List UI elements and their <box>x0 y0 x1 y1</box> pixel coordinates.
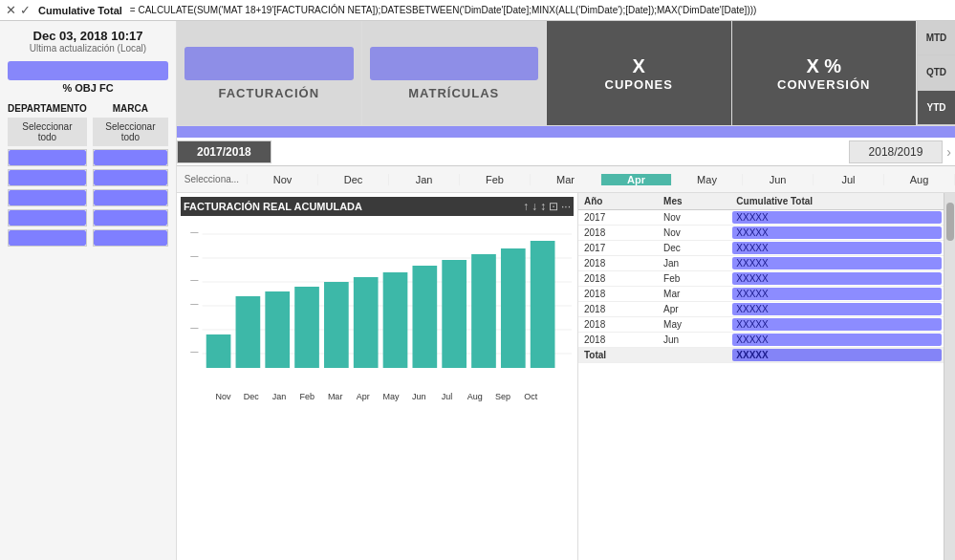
brand-item-4[interactable] <box>93 209 168 226</box>
chart-title: FACTURACIÓN REAL ACUMULADA <box>184 201 362 212</box>
qtd-button[interactable]: QTD <box>918 55 955 90</box>
formula-bar: ✕ ✓ Cumulative Total = CALCULATE(SUM('MA… <box>0 0 955 21</box>
month-dec[interactable]: Dec <box>318 174 389 185</box>
ytd-button[interactable]: YTD <box>918 91 955 125</box>
kpi-row: FACTURACIÓN MATRÍCULAS X CUPONES X % CON… <box>177 21 955 126</box>
kpi-cupones-x-row: X <box>633 55 645 77</box>
scroll-indicator[interactable] <box>944 193 955 560</box>
x-label-aug: Aug <box>461 392 488 401</box>
year-tabs-row: 2017/2018 2018/2019 › <box>177 138 955 166</box>
td-month: May <box>658 317 730 333</box>
total-label: Total <box>578 348 730 363</box>
filter-section: DEPARTAMENTO Seleccionar todo MARCA Sele… <box>8 103 168 247</box>
x-label-feb: Feb <box>293 392 321 401</box>
svg-rect-23 <box>531 241 555 368</box>
td-value: XXXXX <box>730 256 944 271</box>
chart-nav-area: 2017/2018 2018/2019 › Selecciona... Nov … <box>177 138 955 560</box>
td-month: Jun <box>658 333 730 348</box>
dept-item-1[interactable] <box>8 149 87 166</box>
svg-rect-15 <box>294 287 319 368</box>
brand-item-3[interactable] <box>93 189 168 206</box>
nav-right-icon[interactable]: › <box>943 144 955 160</box>
content-area: FACTURACIÓN MATRÍCULAS X CUPONES X % CON… <box>177 21 955 560</box>
chart-more-btn[interactable]: ··· <box>561 200 571 213</box>
brand-item-1[interactable] <box>93 149 168 166</box>
td-month: Feb <box>658 271 730 287</box>
td-value: XXXXX <box>730 333 944 348</box>
svg-rect-16 <box>324 282 349 368</box>
month-select-all[interactable]: Selecciona... <box>177 174 248 184</box>
th-year: Año <box>578 193 658 210</box>
sidebar: Dec 03, 2018 10:17 Ultima actualización … <box>0 21 177 560</box>
mtd-button[interactable]: MTD <box>918 21 955 55</box>
total-value: XXXXX <box>730 348 944 363</box>
table-row: 2018 Mar XXXXX <box>578 287 944 302</box>
month-aug[interactable]: Aug <box>884 174 955 185</box>
td-month: Nov <box>658 210 730 226</box>
kpi-conversion-x: X % <box>806 55 841 77</box>
month-jun[interactable]: Jun <box>743 174 814 185</box>
svg-rect-12 <box>206 334 231 368</box>
svg-rect-21 <box>471 254 496 368</box>
x-label-jun: Jun <box>405 392 433 401</box>
td-month: Jan <box>658 256 730 271</box>
chart-sort-btn[interactable]: ↕ <box>540 200 546 213</box>
kpi-cupones: X CUPONES <box>547 21 732 125</box>
chart-table-row: FACTURACIÓN REAL ACUMULADA ↑ ↓ ↕ ⊡ ··· <box>177 193 955 560</box>
kpi-facturacion-value <box>184 47 354 80</box>
chart-down-btn[interactable]: ↓ <box>532 200 537 213</box>
td-year: 2018 <box>578 256 658 271</box>
table-row: 2018 Apr XXXXX <box>578 302 944 317</box>
month-feb[interactable]: Feb <box>460 174 531 185</box>
dept-item-3[interactable] <box>8 189 87 206</box>
td-year: 2018 <box>578 333 658 348</box>
datetime-section: Dec 03, 2018 10:17 Ultima actualización … <box>8 29 168 54</box>
x-label-sep: Sep <box>489 392 517 401</box>
brand-item-2[interactable] <box>93 169 168 186</box>
brand-select-all[interactable]: Seleccionar todo <box>93 118 168 146</box>
confirm-icon[interactable]: ✓ <box>20 3 31 17</box>
x-label-oct: Oct <box>517 392 545 401</box>
dept-item-5[interactable] <box>8 229 87 247</box>
chart-filter-btn[interactable]: ⊡ <box>549 200 558 213</box>
td-value: XXXXX <box>730 226 944 241</box>
chart-svg-area: — — — — — — <box>181 220 574 556</box>
month-apr[interactable]: Apr <box>601 174 672 185</box>
dept-item-4[interactable] <box>8 209 87 226</box>
field-name: Cumulative Total <box>38 5 122 16</box>
svg-text:—: — <box>190 251 199 260</box>
year-tab-2017-2018[interactable]: 2017/2018 <box>177 140 271 163</box>
month-jul[interactable]: Jul <box>814 174 884 185</box>
chart-up-btn[interactable]: ↑ <box>523 200 529 213</box>
kpi-matriculas: MATRÍCULAS <box>362 21 548 125</box>
year-tab-2018-2019[interactable]: 2018/2019 <box>849 140 944 163</box>
td-month: Dec <box>658 241 730 256</box>
kpi-cupones-label: CUPONES <box>605 77 673 92</box>
month-nov[interactable]: Nov <box>248 174 318 185</box>
td-year: 2018 <box>578 317 658 333</box>
kpi-conversion-x-row: X % <box>806 55 841 77</box>
table-container: Año Mes Cumulative Total 2017 Nov XXXXX … <box>578 193 944 560</box>
svg-rect-13 <box>236 296 261 368</box>
brand-item-5[interactable] <box>93 229 168 247</box>
scroll-thumb <box>946 203 954 241</box>
kpi-scribble-bar <box>177 126 955 138</box>
x-label-mar: Mar <box>321 392 349 401</box>
dept-select-all[interactable]: Seleccionar todo <box>8 118 87 146</box>
chart-x-labels: Nov Dec Jan Feb Mar Apr May Jun Jul Aug <box>181 392 574 401</box>
dept-item-2[interactable] <box>8 169 87 186</box>
table-row: 2018 Jan XXXXX <box>578 256 944 271</box>
svg-rect-18 <box>383 272 408 368</box>
cancel-icon[interactable]: ✕ <box>6 3 16 17</box>
kpi-facturacion: FACTURACIÓN <box>177 21 362 125</box>
td-year: 2017 <box>578 210 658 226</box>
period-buttons: MTD QTD YTD <box>917 21 955 125</box>
month-mar[interactable]: Mar <box>531 174 601 185</box>
kpi-matriculas-label: MATRÍCULAS <box>408 86 499 100</box>
td-year: 2018 <box>578 287 658 302</box>
brand-header: MARCA <box>93 103 168 114</box>
up-arrow-annotation: ↑ <box>198 549 213 560</box>
month-jan[interactable]: Jan <box>389 174 460 185</box>
td-year: 2018 <box>578 302 658 317</box>
month-may[interactable]: May <box>672 174 743 185</box>
